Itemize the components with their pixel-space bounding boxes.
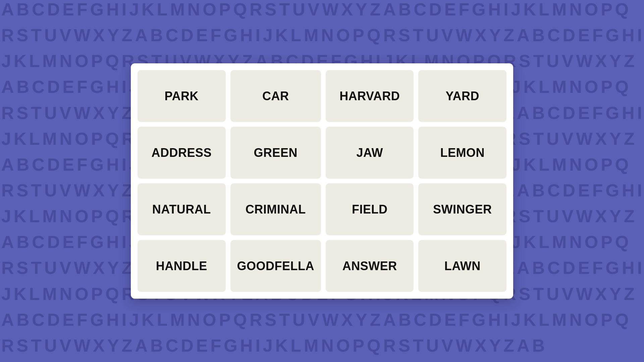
bg-letter: P	[351, 336, 366, 362]
bg-letter: A	[516, 258, 531, 284]
bg-letter: L	[537, 310, 551, 336]
bg-letter: O	[73, 52, 90, 77]
bg-letter: T	[532, 285, 545, 310]
bg-letter: A	[516, 336, 531, 362]
bg-letter: H	[621, 258, 636, 284]
cell-answer[interactable]: ANSWER	[326, 240, 414, 292]
cell-park[interactable]: PARK	[138, 70, 226, 122]
bg-letter: X	[92, 104, 106, 129]
bg-letter: I	[120, 233, 128, 258]
cell-swinger[interactable]: SWINGER	[418, 183, 506, 235]
bg-letter: Q	[614, 77, 630, 103]
bg-letter: Y	[106, 258, 120, 284]
bg-letter: Z	[369, 310, 382, 336]
bg-letter: B	[531, 181, 546, 207]
cell-field[interactable]: FIELD	[326, 183, 414, 235]
bg-letter: R	[0, 336, 15, 362]
bg-letter: M	[551, 77, 568, 103]
bg-letter: X	[92, 336, 106, 362]
bg-letter: A	[516, 26, 531, 52]
bg-letter: B	[149, 26, 164, 52]
bg-letter: D	[179, 26, 195, 52]
bg-letter: O	[583, 233, 599, 258]
bg-letter: Y	[106, 181, 120, 207]
bg-letter: N	[320, 336, 335, 362]
bg-letter: Y	[608, 207, 623, 233]
cell-label-park: PARK	[165, 89, 199, 103]
bg-letter: S	[15, 258, 30, 284]
cell-harvard[interactable]: HARVARD	[326, 70, 414, 122]
bg-letter: U	[43, 336, 58, 362]
bg-letter: E	[61, 233, 75, 258]
cell-label-handle: HANDLE	[156, 259, 207, 273]
bg-letter: B	[531, 26, 546, 52]
bg-letter: M	[41, 52, 58, 77]
bg-letter: F	[209, 26, 222, 52]
bg-letter: E	[443, 310, 458, 336]
bg-letter: V	[560, 207, 575, 233]
cell-label-lemon: LEMON	[440, 146, 485, 160]
bg-letter: X	[340, 0, 354, 26]
bg-letter: I	[120, 155, 128, 181]
bg-letter: H	[621, 104, 636, 129]
cell-address[interactable]: ADDRESS	[138, 127, 226, 179]
bg-letter: Y	[354, 0, 369, 26]
cell-lemon[interactable]: LEMON	[418, 127, 506, 179]
bg-letter: Z	[120, 336, 134, 362]
bg-letter: T	[30, 336, 43, 362]
bg-letter: U	[545, 285, 560, 310]
bg-letter: T	[30, 181, 43, 207]
bg-letter: W	[575, 207, 594, 233]
cell-green[interactable]: GREEN	[230, 127, 321, 179]
bg-letter: U	[43, 181, 58, 207]
bg-letter: S	[518, 207, 532, 233]
bg-letter: L	[537, 155, 551, 181]
cell-natural[interactable]: NATURAL	[138, 183, 226, 235]
cell-goodfella[interactable]: GOODFELLA	[230, 240, 321, 292]
bg-letter: D	[428, 0, 443, 26]
bg-letter: M	[41, 129, 58, 155]
bg-letter: K	[274, 336, 289, 362]
bg-letter: G	[89, 77, 105, 103]
cell-handle[interactable]: HANDLE	[138, 240, 226, 292]
bg-letter: E	[577, 181, 591, 207]
bg-letter: H	[487, 0, 502, 26]
bg-letter: W	[72, 104, 92, 129]
bg-letter: X	[340, 310, 354, 336]
bg-letter: F	[457, 0, 471, 26]
bg-letter: J	[510, 0, 522, 26]
bg-letter: W	[321, 0, 340, 26]
cell-jaw[interactable]: JAW	[326, 127, 414, 179]
bg-letter: G	[604, 104, 621, 129]
bg-letter: P	[599, 233, 614, 258]
bg-letter: J	[0, 285, 12, 310]
bg-letter: K	[522, 155, 538, 181]
cell-label-criminal: CRIMINAL	[246, 202, 306, 217]
bg-letter: H	[105, 155, 120, 181]
bg-letter: Q	[614, 233, 630, 258]
bg-letter: A	[134, 26, 149, 52]
cell-car[interactable]: CAR	[230, 70, 321, 122]
bg-letter: A	[382, 310, 397, 336]
cell-criminal[interactable]: CRIMINAL	[230, 183, 321, 235]
bg-letter: D	[46, 0, 61, 26]
bg-letter: N	[58, 129, 74, 155]
bg-letter: E	[577, 104, 591, 129]
bg-letter: L	[28, 129, 41, 155]
cell-lawn[interactable]: LAWN	[418, 240, 506, 292]
bg-letter: C	[31, 155, 46, 181]
bg-letter: Z	[502, 26, 516, 52]
bg-letter: C	[546, 181, 561, 207]
bg-letter: D	[179, 336, 195, 362]
bg-letter: U	[425, 26, 440, 52]
bg-letter: Z	[369, 0, 382, 26]
bg-letter: H	[239, 336, 254, 362]
bg-letter: H	[105, 310, 120, 336]
bg-letter: U	[291, 310, 307, 336]
cell-yard[interactable]: YARD	[418, 70, 506, 122]
bg-letter: Y	[354, 310, 369, 336]
bg-letter: F	[75, 77, 89, 103]
cell-label-car: CAR	[262, 89, 289, 103]
bg-letter: B	[15, 155, 31, 181]
bg-letter: U	[43, 104, 58, 129]
